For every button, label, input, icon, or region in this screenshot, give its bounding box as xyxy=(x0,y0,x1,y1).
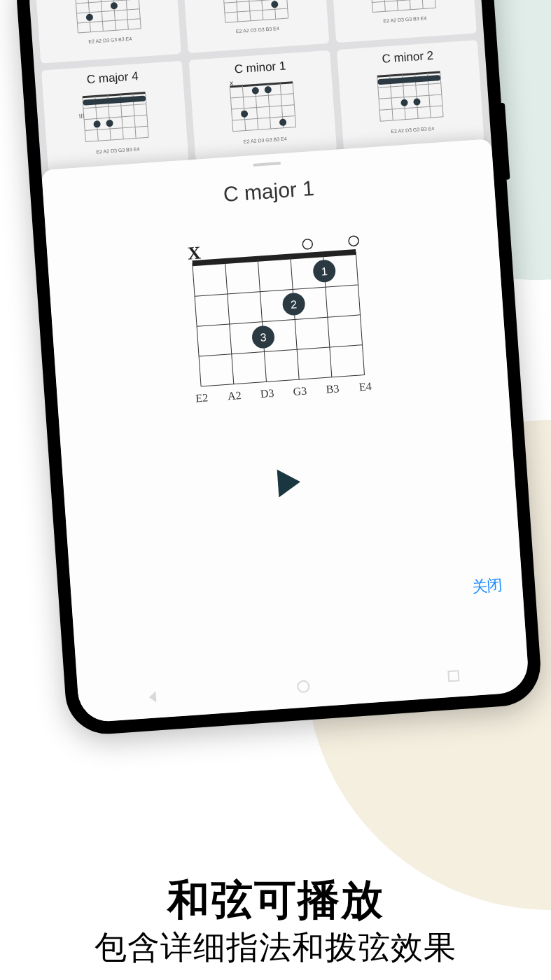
svg-line-96 xyxy=(201,375,364,386)
promo-title: 和弦可播放 xyxy=(0,872,551,929)
svg-line-46 xyxy=(84,115,147,119)
svg-line-99 xyxy=(258,259,266,382)
svg-line-64 xyxy=(232,116,295,120)
open-string-icon xyxy=(349,236,359,246)
svg-line-47 xyxy=(85,126,148,130)
svg-point-12 xyxy=(110,2,118,10)
svg-line-37 xyxy=(408,0,411,10)
string-labels: E2 A2 D3 G3 B3 E4 xyxy=(88,36,132,44)
close-button[interactable]: 关闭 xyxy=(471,575,503,598)
svg-line-48 xyxy=(85,137,148,141)
home-icon[interactable] xyxy=(296,679,311,694)
svg-line-1 xyxy=(76,0,139,4)
svg-point-57 xyxy=(93,120,101,128)
svg-text:2: 2 xyxy=(291,298,298,311)
svg-line-4 xyxy=(78,29,141,33)
svg-line-20 xyxy=(235,0,238,22)
svg-line-36 xyxy=(396,0,398,10)
svg-text:E2 A2 D3 G3 B3 E4: E2 A2 D3 G3 B3 E4 xyxy=(391,126,434,134)
chord-diagram-icon: E2 A2 D3 G3 B3 E4 xyxy=(363,0,445,32)
svg-line-62 xyxy=(230,94,293,98)
chord-diagram-large: X xyxy=(174,232,382,413)
svg-point-115 xyxy=(298,680,309,692)
chord-diagram-icon: E2 A2 D3 G3 B3 E4 xyxy=(215,0,297,43)
svg-point-75 xyxy=(279,119,287,127)
svg-text:3: 3 xyxy=(260,331,267,344)
svg-text:G3: G3 xyxy=(293,384,307,397)
svg-line-5 xyxy=(75,0,78,33)
svg-text:D3: D3 xyxy=(260,387,274,400)
svg-line-95 xyxy=(199,345,362,356)
svg-line-7 xyxy=(100,0,103,31)
svg-line-39 xyxy=(433,0,436,8)
phone-screen: E2 A2 D3 G3 B3 E4 E2 A2 D3 G3 B3 E4 xyxy=(27,0,529,723)
svg-text:E2: E2 xyxy=(195,391,209,404)
chord-card-title: C minor 1 xyxy=(192,56,328,79)
svg-text:E2 A2 D3 G3 B3 E4: E2 A2 D3 G3 B3 E4 xyxy=(244,136,287,144)
svg-line-32 xyxy=(372,0,435,3)
svg-line-63 xyxy=(232,105,295,109)
svg-line-81 xyxy=(381,117,444,121)
chord-card-cminor2[interactable]: C minor 2 E2 A2 D3 G3 B3 E4 xyxy=(337,40,484,150)
svg-line-10 xyxy=(138,0,141,29)
svg-line-18 xyxy=(225,18,288,22)
chord-card[interactable]: E2 A2 D3 G3 B3 E4 xyxy=(330,0,477,43)
svg-line-94 xyxy=(197,315,360,326)
chord-card[interactable]: E2 A2 D3 G3 B3 E4 xyxy=(183,0,329,53)
svg-line-34 xyxy=(370,0,373,12)
svg-line-80 xyxy=(379,106,442,110)
svg-line-9 xyxy=(125,0,128,29)
recents-icon[interactable] xyxy=(446,668,461,683)
chord-card[interactable]: E2 A2 D3 G3 B3 E4 xyxy=(35,0,181,64)
svg-line-65 xyxy=(233,127,296,132)
chord-diagram-icon: E2 A2 D3 G3 B3 E4 xyxy=(370,64,452,139)
svg-point-27 xyxy=(271,1,279,8)
svg-text:E2 A2 D3 G3 B3 E4: E2 A2 D3 G3 B3 E4 xyxy=(236,26,279,34)
svg-line-61 xyxy=(230,83,293,87)
phone-mockup: E2 A2 D3 G3 B3 E4 E2 A2 D3 G3 B3 E4 xyxy=(14,0,543,736)
svg-line-17 xyxy=(225,8,288,13)
promo-text: 和弦可播放 包含详细指法和拨弦效果 xyxy=(0,872,551,980)
promo-subtitle: 包含详细指法和拨弦效果 xyxy=(0,926,551,969)
chord-card-cminor1[interactable]: C minor 1 x E2 A2 D3 G3 B3 E4 xyxy=(189,50,337,161)
chord-diagram-icon: III E2 A2 D3 G3 B3 E4 xyxy=(75,85,157,160)
svg-text:E2 A2 D3 G3 B3 E4: E2 A2 D3 G3 B3 E4 xyxy=(383,15,426,23)
chord-diagram-icon: x E2 A2 D3 G3 B3 E4 xyxy=(223,75,305,150)
svg-line-102 xyxy=(356,252,364,375)
chord-card-title: C major 4 xyxy=(45,66,181,90)
chord-card-title: C minor 2 xyxy=(340,46,475,69)
svg-text:E2 A2 D3 G3 B3 E4: E2 A2 D3 G3 B3 E4 xyxy=(96,146,139,154)
svg-line-98 xyxy=(225,261,234,384)
svg-line-19 xyxy=(223,0,225,22)
svg-line-79 xyxy=(379,94,442,99)
modal-drag-handle[interactable] xyxy=(253,162,281,167)
svg-point-89 xyxy=(401,99,409,106)
svg-rect-116 xyxy=(448,671,459,681)
play-button[interactable] xyxy=(277,468,302,497)
svg-line-2 xyxy=(76,9,139,13)
svg-line-33 xyxy=(373,8,436,12)
svg-text:A2: A2 xyxy=(228,389,242,402)
svg-text:1: 1 xyxy=(321,265,328,278)
svg-point-13 xyxy=(85,13,93,21)
svg-line-38 xyxy=(421,0,424,8)
svg-text:B3: B3 xyxy=(326,382,340,395)
svg-text:III: III xyxy=(78,113,84,120)
svg-point-73 xyxy=(264,86,272,94)
svg-line-21 xyxy=(248,0,251,21)
chord-detail-modal: C major 1 X xyxy=(41,139,530,723)
svg-line-97 xyxy=(193,263,201,386)
back-icon[interactable] xyxy=(146,690,161,704)
svg-line-100 xyxy=(291,257,299,380)
chord-diagram-icon: E2 A2 D3 G3 B3 E4 xyxy=(67,0,149,53)
svg-point-58 xyxy=(106,120,113,127)
svg-line-93 xyxy=(195,285,358,296)
svg-line-24 xyxy=(286,0,288,18)
open-string-icon xyxy=(302,239,313,249)
svg-point-74 xyxy=(241,110,249,118)
modal-title: C major 1 xyxy=(60,165,477,218)
chord-card-cmajor4[interactable]: C major 4 III E2 A2 D3 G3 B3 E4 xyxy=(41,61,189,172)
svg-text:E4: E4 xyxy=(358,380,372,393)
svg-point-90 xyxy=(413,98,421,106)
svg-point-72 xyxy=(251,87,259,94)
